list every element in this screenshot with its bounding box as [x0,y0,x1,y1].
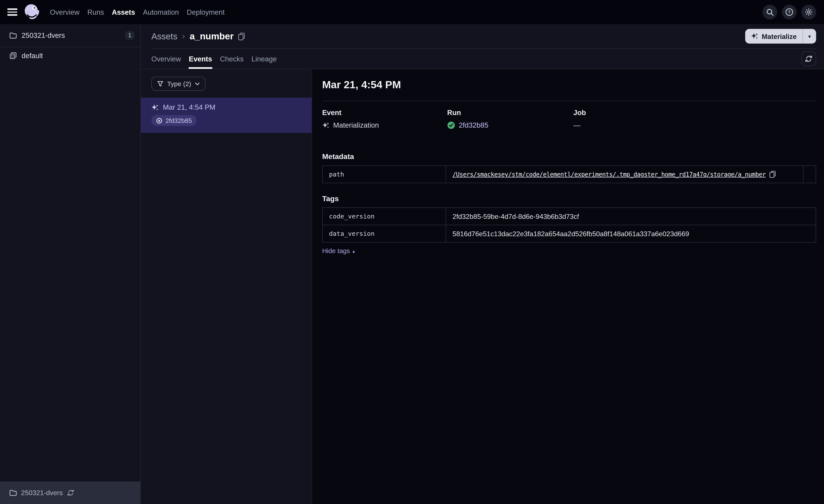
asset-group-name: default [22,52,135,59]
tab-lineage[interactable]: Lineage [251,49,277,69]
hamburger-menu-icon[interactable] [7,8,17,16]
detail-divider [322,101,816,101]
reload-icon[interactable] [67,489,74,496]
copy-icon [238,32,245,40]
code-location-name: 250321-dvers [22,31,125,39]
asset-catalog-sidebar: 250321-dvers 1 default 25 [0,24,141,504]
materialization-sparkle-icon [322,122,329,128]
materialize-label: Materialize [762,32,797,40]
tags-heading: Tags [322,194,816,203]
nav-item-runs[interactable]: Runs [88,8,104,16]
job-value: — [573,121,581,129]
app-window: Overview Runs Assets Automation Deployme… [0,0,824,504]
question-mark-icon: ? [785,8,794,16]
hide-tags-link[interactable]: Hide tags ▴ [322,247,355,255]
materialization-sparkle-icon [151,104,159,111]
table-row: path /Users/smackesey/stm/code/elementl/… [323,166,816,183]
sparkle-icon [751,33,758,39]
tag-value: 5816d76e51c13dac22e3fa182a654aa2d526fb50… [446,225,816,242]
event-run-id: 2fd32b85 [166,117,192,124]
breadcrumb-separator: › [182,31,185,41]
materialize-split-button: Materialize ▾ [745,29,816,44]
svg-text:?: ? [788,9,791,14]
event-list-item-selected[interactable]: Mar 21, 4:54 PM 2fd32b85 [141,98,312,133]
nav-item-automation[interactable]: Automation [143,8,179,16]
metadata-path-link[interactable]: /Users/smackesey/stm/code/elementl/exper… [452,171,766,178]
run-success-icon [447,121,455,129]
tags-table: code_version 2fd32b85-59be-4d7d-8d6e-943… [322,208,816,243]
event-detail-title: Mar 21, 4:54 PM [322,79,816,91]
copy-icon [769,171,777,178]
tag-value: 2fd32b85-59be-4d7d-8d6e-943b6b3d73cf [446,208,816,225]
filter-funnel-icon [157,81,164,87]
folder-icon [9,489,17,496]
tab-events[interactable]: Events [189,49,212,69]
chevron-down-icon: ▾ [808,33,811,39]
asset-page: Assets › a_number Materialize ▾ [141,24,824,504]
refresh-button[interactable] [802,51,816,66]
materialize-dropdown-button[interactable]: ▾ [802,29,816,44]
sidebar-item-asset-group[interactable]: default [0,47,140,64]
top-nav: Overview Runs Assets Automation Deployme… [0,0,824,24]
search-button[interactable] [762,5,777,19]
metadata-heading: Metadata [322,152,816,161]
sidebar-item-code-location[interactable]: 250321-dvers 1 [0,24,140,47]
run-column-header: Run [447,109,574,116]
events-list-panel: Type (2) Mar 21, 4:54 PM 2fd32b85 [141,69,312,504]
chevron-up-icon: ▴ [352,248,355,254]
event-summary-grid: Event Materialization Run 2fd32b85 [322,109,816,129]
nav-item-assets[interactable]: Assets [112,8,135,16]
asset-name-title: a_number [190,31,234,42]
filter-label: Type (2) [167,80,191,87]
refresh-icon [805,55,813,62]
run-target-icon [156,117,163,124]
event-timestamp: Mar 21, 4:54 PM [163,103,215,111]
event-type-filter[interactable]: Type (2) [151,77,205,91]
asset-tabs-row: Overview Events Checks Lineage [141,49,824,70]
table-row: data_version 5816d76e51c13dac22e3fa182a6… [323,225,816,242]
event-details-pane: Mar 21, 4:54 PM Event Materialization Ru… [312,69,824,504]
nav-item-deployment[interactable]: Deployment [187,8,225,16]
tab-overview[interactable]: Overview [151,49,181,69]
metadata-key: path [323,166,446,183]
asset-group-icon [9,52,17,59]
asset-header: Assets › a_number Materialize ▾ [141,24,824,48]
nav-item-overview[interactable]: Overview [50,8,80,16]
primary-nav: Overview Runs Assets Automation Deployme… [50,8,225,16]
search-icon [766,8,774,16]
copy-asset-name-button[interactable] [238,32,245,40]
tag-key: code_version [323,208,446,225]
tag-key: data_version [323,225,446,242]
event-run-chip[interactable]: 2fd32b85 [151,115,197,126]
event-type-value: Materialization [333,121,379,129]
run-id-link[interactable]: 2fd32b85 [459,121,489,129]
table-row: code_version 2fd32b85-59be-4d7d-8d6e-943… [323,208,816,225]
folder-icon [9,32,17,39]
hide-tags-label: Hide tags [322,247,350,255]
help-button[interactable]: ? [782,5,797,19]
job-column-header: Job [573,109,816,116]
tab-checks[interactable]: Checks [220,49,243,69]
metadata-row-extra-cell [803,166,816,183]
event-column-header: Event [322,109,447,116]
copy-path-button[interactable] [769,171,777,178]
gear-icon [805,8,813,16]
settings-button[interactable] [802,5,816,19]
asset-count-badge: 1 [125,31,134,40]
sidebar-footer-location[interactable]: 250321-dvers [0,482,140,504]
footer-location-name: 250321-dvers [21,489,63,497]
breadcrumb-assets-link[interactable]: Assets [151,31,177,41]
metadata-table: path /Users/smackesey/stm/code/elementl/… [322,165,816,183]
chevron-down-icon [195,82,200,86]
dagster-logo[interactable] [22,3,41,21]
materialize-button[interactable]: Materialize [745,29,802,44]
